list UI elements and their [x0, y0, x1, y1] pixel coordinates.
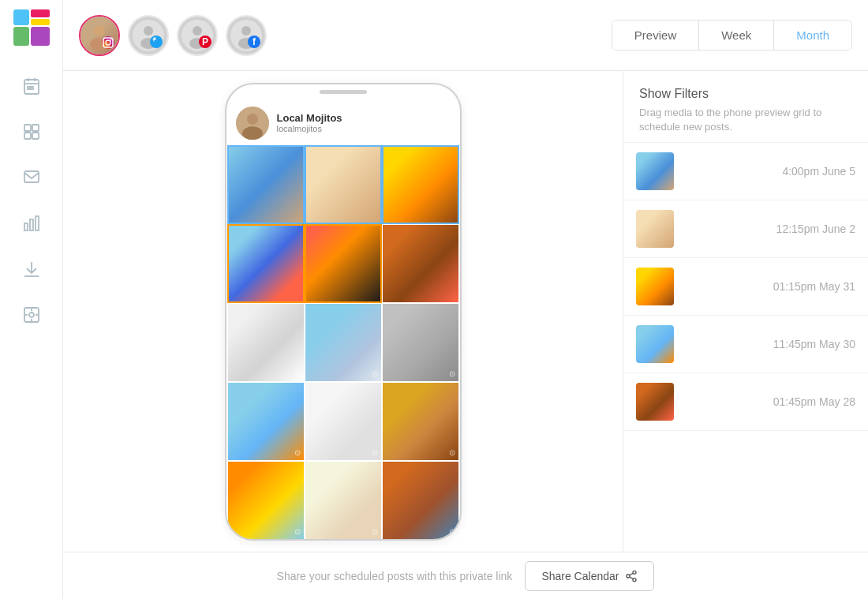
grid-icon-15: ⊙ — [449, 527, 455, 536]
scheduled-thumb-5 — [636, 383, 674, 421]
svg-point-26 — [94, 25, 105, 36]
grid-cell-1[interactable] — [228, 146, 304, 223]
grid-icon-7: ⊙ — [294, 369, 301, 378]
grid-icon-12: ⊙ — [449, 448, 455, 457]
grid-cell-11[interactable]: ⊙ — [305, 383, 381, 460]
grid-icon-14: ⊙ — [372, 527, 378, 536]
scheduled-post-1[interactable]: 4:00pm June 5 — [623, 143, 868, 200]
phone-notch — [226, 84, 460, 100]
svg-rect-1 — [31, 9, 50, 17]
nav-media[interactable] — [12, 112, 51, 152]
svg-point-37 — [193, 26, 202, 36]
account-twitter[interactable] — [128, 15, 169, 56]
account-pinterest[interactable]: P — [177, 15, 218, 56]
instagram-grid: ⊙ ⊙ ⊙ ⊙ — [228, 146, 458, 539]
grid-cell-2[interactable] — [305, 146, 381, 223]
phone-profile-avatar — [236, 107, 269, 140]
grid-cell-13[interactable]: ⊙ — [228, 462, 304, 539]
scheduled-post-2[interactable]: 12:15pm June 2 — [623, 200, 868, 258]
app-logo — [12, 8, 51, 47]
account-facebook[interactable]: f — [226, 15, 267, 56]
scheduled-thumb-1 — [636, 152, 674, 190]
sidebar — [0, 0, 63, 599]
filters-title: Show Filters — [639, 87, 852, 101]
scheduled-thumb-2 — [636, 210, 674, 248]
svg-rect-13 — [24, 133, 31, 139]
grid-cell-15[interactable]: ⊙ — [383, 462, 458, 539]
grid-cell-4[interactable] — [228, 225, 304, 302]
phone-username: Local Mojitos — [277, 112, 342, 124]
grid-icon-9: ⊙ — [449, 369, 455, 378]
grid-cell-9[interactable]: ⊙ — [383, 304, 458, 381]
nav-analytics[interactable] — [12, 204, 51, 243]
scheduled-thumb-3 — [636, 268, 674, 305]
svg-point-50 — [627, 575, 630, 578]
grid-icon-13: ⊙ — [294, 527, 301, 536]
svg-point-21 — [29, 313, 34, 317]
grid-cell-8[interactable]: ⊙ — [305, 304, 381, 381]
svg-line-53 — [630, 573, 634, 575]
grid-cell-14[interactable]: ⊙ — [305, 462, 381, 539]
grid-icon-11: ⊙ — [372, 448, 378, 457]
svg-rect-12 — [32, 125, 39, 131]
content-area: Local Mojitos localmojitos — [63, 71, 868, 552]
phone-profile-header: Local Mojitos localmojitos — [226, 100, 460, 146]
svg-point-35 — [150, 36, 163, 48]
scheduled-posts-list: 4:00pm June 5 12:15pm June 2 01:15pm May… — [623, 142, 868, 552]
scheduled-time-5: 01:45pm May 28 — [683, 395, 855, 408]
svg-rect-16 — [24, 223, 28, 230]
svg-point-51 — [633, 578, 636, 581]
share-icon — [625, 570, 638, 582]
scheduled-post-3[interactable]: 01:15pm May 31 — [623, 258, 868, 316]
right-panel: Show Filters Drag media to the phone pre… — [623, 71, 868, 552]
phone-mockup: Local Mojitos localmojitos — [225, 83, 462, 541]
nav-messages[interactable] — [12, 158, 51, 197]
svg-rect-0 — [13, 9, 29, 25]
grid-cell-12[interactable]: ⊙ — [383, 383, 458, 460]
tab-week[interactable]: Week — [698, 21, 773, 50]
footer-share-text: Share your scheduled posts with this pri… — [277, 570, 513, 582]
phone-profile-info: Local Mojitos localmojitos — [277, 112, 342, 133]
main-content: P f Preview Week M — [63, 0, 868, 599]
grid-cell-5[interactable] — [305, 225, 381, 302]
nav-calendar[interactable] — [12, 66, 51, 106]
footer: Share your scheduled posts with this pri… — [63, 552, 868, 599]
scheduled-post-4[interactable]: 11:45pm May 30 — [623, 316, 868, 373]
scheduled-time-2: 12:15pm June 2 — [683, 223, 855, 235]
grid-icon-8: ⊙ — [372, 369, 378, 378]
svg-point-42 — [241, 26, 251, 36]
tab-month[interactable]: Month — [773, 21, 851, 50]
phone-handle: localmojitos — [277, 124, 342, 133]
account-instagram[interactable] — [79, 15, 120, 56]
view-tabs: Preview Week Month — [612, 20, 852, 51]
scheduled-time-4: 11:45pm May 30 — [683, 338, 855, 350]
account-switcher: P f — [79, 15, 267, 56]
scheduled-time-3: 01:15pm May 31 — [683, 280, 855, 293]
grid-cell-10[interactable]: ⊙ — [228, 383, 304, 460]
phone-notch-bar — [320, 90, 367, 94]
grid-cell-3[interactable] — [383, 146, 458, 223]
svg-rect-3 — [13, 27, 29, 46]
svg-text:P: P — [202, 36, 208, 47]
svg-point-47 — [247, 114, 258, 125]
svg-rect-17 — [30, 219, 33, 230]
nav-publish[interactable] — [12, 295, 51, 335]
share-calendar-button[interactable]: Share Calendar — [525, 561, 654, 591]
svg-rect-2 — [31, 19, 50, 25]
grid-cell-7[interactable]: ⊙ — [228, 304, 304, 381]
nav-download[interactable] — [12, 249, 51, 289]
scheduled-thumb-4 — [636, 325, 674, 363]
filters-subtitle: Drag media to the phone preview grid to … — [639, 106, 852, 134]
tab-preview[interactable]: Preview — [612, 21, 698, 50]
svg-rect-4 — [31, 27, 50, 46]
share-calendar-label: Share Calendar — [541, 570, 619, 582]
svg-line-52 — [630, 577, 634, 579]
svg-rect-18 — [36, 216, 39, 230]
filters-header: Show Filters Drag media to the phone pre… — [623, 71, 868, 142]
grid-cell-6[interactable] — [383, 225, 458, 302]
svg-point-33 — [144, 26, 153, 36]
svg-rect-14 — [32, 133, 39, 139]
svg-rect-15 — [24, 171, 39, 182]
scheduled-post-5[interactable]: 01:45pm May 28 — [623, 373, 868, 431]
svg-point-31 — [110, 39, 112, 40]
